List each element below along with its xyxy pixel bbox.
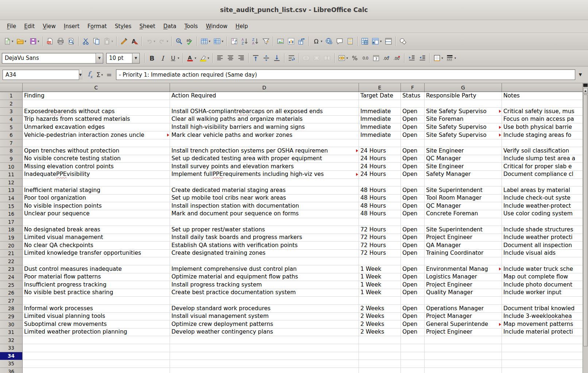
- row-header-16[interactable]: 16: [0, 210, 23, 218]
- scroll-up-button[interactable]: ▲: [583, 88, 588, 94]
- row-header-23[interactable]: 23: [0, 265, 23, 273]
- font-color-button[interactable]: A▾: [185, 52, 198, 64]
- format-currency-dropdown-icon[interactable]: ▾: [347, 56, 348, 60]
- cell[interactable]: [23, 336, 170, 344]
- sort-button[interactable]: AZ: [229, 35, 239, 47]
- cell[interactable]: Include photo document: [502, 281, 588, 289]
- cell[interactable]: Include staging areas fo: [502, 131, 588, 139]
- equals-button[interactable]: =: [104, 69, 114, 80]
- menu-insert[interactable]: Insert: [60, 21, 84, 31]
- row-header-19[interactable]: 19: [0, 234, 23, 242]
- sort-ascending-button[interactable]: AZ: [239, 35, 250, 47]
- pivot-table-button[interactable]: [296, 35, 307, 47]
- format-currency-button[interactable]: ▾: [337, 52, 350, 64]
- cell[interactable]: Open: [401, 116, 425, 124]
- cell[interactable]: Develop standard work procedures: [170, 305, 359, 313]
- italic-button[interactable]: I: [157, 52, 168, 64]
- cell[interactable]: Install OSHA-compliant rebar caps on all…: [170, 108, 359, 116]
- cell[interactable]: Limited visual management: [23, 234, 170, 242]
- cell[interactable]: [23, 360, 170, 368]
- cell[interactable]: Limited weather protection planning: [23, 328, 170, 337]
- cell[interactable]: Include 3-week lookahea: [502, 313, 588, 321]
- cell[interactable]: Insufficient progress tracking: [23, 281, 170, 289]
- vertical-scrollbar[interactable]: ▲: [583, 83, 588, 373]
- cell[interactable]: Concrete Foreman: [425, 210, 502, 218]
- cell[interactable]: [425, 368, 502, 373]
- print-button[interactable]: [55, 35, 66, 47]
- cell[interactable]: [502, 336, 588, 344]
- formula-bar-expand-button[interactable]: ▼: [575, 72, 585, 77]
- cell[interactable]: Open: [401, 123, 425, 131]
- cell[interactable]: [401, 344, 425, 352]
- highlight-color-dropdown-icon[interactable]: ▾: [208, 56, 209, 60]
- cell[interactable]: Immediate: [359, 131, 401, 139]
- cell[interactable]: [23, 297, 170, 305]
- cut-button[interactable]: [81, 35, 91, 47]
- cell[interactable]: [170, 344, 359, 352]
- format-percent-button[interactable]: %: [349, 52, 360, 64]
- cell[interactable]: 24 Hours: [359, 155, 401, 163]
- export-pdf-button[interactable]: PDF: [45, 35, 55, 47]
- row-header-13[interactable]: 13: [0, 186, 23, 195]
- cell[interactable]: Use both physical barrie: [502, 123, 588, 131]
- cell[interactable]: Open: [401, 289, 425, 297]
- row-header-2[interactable]: 2: [0, 100, 23, 108]
- cell[interactable]: Clear all walking paths and organize mat…: [170, 116, 359, 124]
- menu-format[interactable]: Format: [84, 21, 111, 31]
- cell[interactable]: Include water truck sche: [502, 265, 588, 273]
- cell[interactable]: Open: [401, 273, 425, 281]
- cell[interactable]: Project Engineer: [425, 234, 502, 242]
- cell[interactable]: Map movement patterns: [502, 320, 588, 328]
- cell[interactable]: Poor tool organization: [23, 195, 170, 203]
- cell[interactable]: Verify soil classification: [502, 147, 588, 155]
- cell[interactable]: [359, 139, 401, 147]
- align-right-button[interactable]: [236, 52, 247, 64]
- cell[interactable]: Implement full PPE requirements includin…: [170, 171, 359, 179]
- cell[interactable]: Include shade structures: [502, 226, 588, 234]
- highlight-color-button[interactable]: ▾: [198, 52, 211, 64]
- cell[interactable]: Site Superintendent: [425, 186, 502, 195]
- menu-tools[interactable]: Tools: [180, 21, 202, 31]
- cell[interactable]: Open: [401, 313, 425, 321]
- cell[interactable]: 72 Hours: [359, 250, 401, 258]
- cell[interactable]: [170, 139, 359, 147]
- cell[interactable]: Install high-visibility barriers and war…: [170, 123, 359, 131]
- cell[interactable]: Suboptimal crew movements: [23, 320, 170, 328]
- row-header-29[interactable]: 29: [0, 313, 23, 321]
- row-header-21[interactable]: 21: [0, 250, 23, 258]
- row-header-31[interactable]: 31: [0, 328, 23, 337]
- cell[interactable]: Install trench protection systems per OS…: [170, 147, 359, 155]
- row-header-24[interactable]: 24: [0, 273, 23, 281]
- cell[interactable]: General Superintende: [425, 320, 502, 328]
- cell[interactable]: 2 Weeks: [359, 313, 401, 321]
- column-header-G[interactable]: G: [425, 83, 502, 92]
- cell[interactable]: [170, 352, 359, 360]
- cell[interactable]: Target Date: [359, 92, 401, 100]
- cell[interactable]: [359, 100, 401, 108]
- cell[interactable]: Immediate: [359, 108, 401, 116]
- cell[interactable]: No designated break areas: [23, 226, 170, 234]
- cell[interactable]: [170, 218, 359, 226]
- spelling-button[interactable]: ab: [184, 35, 195, 47]
- cell[interactable]: 24 Hours: [359, 171, 401, 179]
- sum-button[interactable]: Σ▾: [95, 69, 104, 80]
- cell[interactable]: 1 Week: [359, 289, 401, 297]
- cell[interactable]: Include slump test area a: [502, 155, 588, 163]
- cell[interactable]: [401, 297, 425, 305]
- sort-descending-button[interactable]: ZA: [250, 35, 260, 47]
- cell[interactable]: 2 Weeks: [359, 305, 401, 313]
- cell[interactable]: [425, 344, 502, 352]
- cell[interactable]: Immediate: [359, 116, 401, 124]
- cell[interactable]: 2 Weeks: [359, 328, 401, 337]
- cell[interactable]: Document compliance cl: [502, 171, 588, 179]
- cell[interactable]: Establish QA stations with verification …: [170, 242, 359, 250]
- cell[interactable]: [401, 100, 425, 108]
- cell[interactable]: Implement comprehensive dust control pla…: [170, 265, 359, 273]
- row-header-7[interactable]: 7: [0, 139, 23, 147]
- cell[interactable]: Set up proper rest/water stations: [170, 226, 359, 234]
- show-draw-functions-button[interactable]: [398, 35, 408, 47]
- row-header-34[interactable]: 34: [0, 352, 23, 360]
- cell[interactable]: Exposed rebar ends without caps: [23, 108, 170, 116]
- formula-input[interactable]: [116, 69, 575, 80]
- cell[interactable]: Vehicle-pedestrian interaction zones unc…: [23, 131, 170, 139]
